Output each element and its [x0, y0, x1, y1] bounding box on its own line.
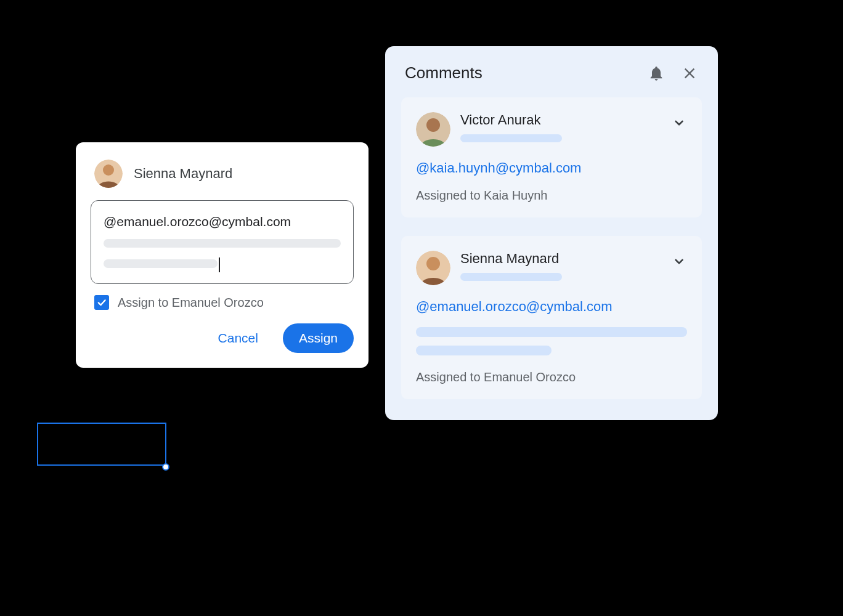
new-comment-card: Sienna Maynard @emanuel.orozco@cymbal.co… — [76, 142, 369, 368]
comment-head-main: Sienna Maynard — [460, 251, 661, 281]
compose-buttons: Cancel Assign — [91, 323, 354, 353]
comment-card: Sienna Maynard @emanuel.orozco@cymbal.co… — [401, 236, 702, 399]
comments-header: Comments — [401, 63, 702, 83]
assign-row: Assign to Emanuel Orozco — [91, 295, 354, 310]
bell-icon[interactable] — [648, 65, 665, 82]
comment-head: Victor Anurak — [416, 112, 687, 147]
comment-card: Victor Anurak @kaia.huynh@cymbal.com Ass… — [401, 97, 702, 217]
placeholder-line — [104, 239, 341, 248]
comment-input[interactable]: @emanuel.orozco@cymbal.com — [91, 200, 354, 284]
cell-selection-outline — [37, 423, 166, 466]
comment-mention[interactable]: @emanuel.orozco@cymbal.com — [416, 299, 687, 315]
assign-button[interactable]: Assign — [283, 323, 354, 353]
chevron-down-icon[interactable] — [671, 115, 687, 131]
comments-title: Comments — [405, 63, 632, 83]
close-icon[interactable] — [681, 65, 698, 82]
compose-author-name: Sienna Maynard — [134, 166, 232, 182]
comment-head: Sienna Maynard — [416, 251, 687, 285]
chevron-down-icon[interactable] — [671, 253, 687, 269]
cell-selection-handle[interactable] — [162, 463, 169, 471]
svg-point-3 — [426, 118, 440, 132]
comments-panel: Comments Victor Anurak @kaia.huynh@cymba… — [385, 46, 718, 420]
comment-head-main: Victor Anurak — [460, 112, 661, 142]
assign-checkbox[interactable] — [94, 295, 109, 310]
placeholder-line — [460, 273, 562, 281]
avatar — [416, 112, 450, 147]
placeholder-line — [460, 134, 562, 142]
placeholder-line — [416, 346, 552, 355]
svg-point-1 — [103, 164, 114, 176]
compose-header: Sienna Maynard — [91, 160, 354, 188]
avatar — [416, 251, 450, 285]
cancel-button[interactable]: Cancel — [202, 323, 274, 353]
placeholder-line — [104, 259, 218, 268]
placeholder-line — [416, 327, 687, 337]
assign-label: Assign to Emanuel Orozco — [118, 296, 264, 310]
svg-point-5 — [426, 257, 440, 270]
assigned-to-text: Assigned to Kaia Huynh — [416, 188, 687, 203]
assigned-to-text: Assigned to Emanuel Orozco — [416, 370, 687, 384]
comment-author: Sienna Maynard — [460, 251, 661, 267]
comment-mention[interactable]: @kaia.huynh@cymbal.com — [416, 160, 687, 176]
avatar — [94, 160, 123, 188]
comment-author: Victor Anurak — [460, 112, 661, 128]
text-cursor — [219, 257, 220, 272]
comment-mention-text: @emanuel.orozco@cymbal.com — [104, 214, 341, 229]
